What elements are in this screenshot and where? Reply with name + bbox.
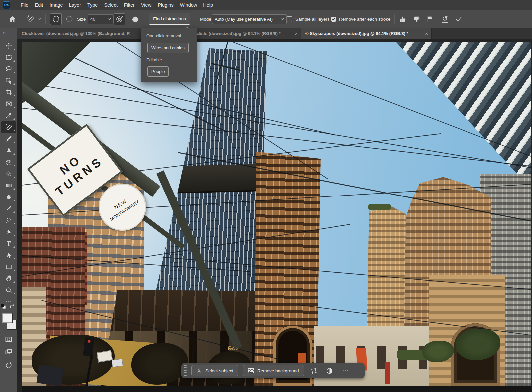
find-distractions-button[interactable]: Find distractions (149, 13, 190, 25)
brush-add-icon (52, 15, 60, 23)
contextual-task-bar: Select subject Remove background (181, 363, 365, 378)
menu-view[interactable]: View (140, 2, 152, 8)
lasso-tool[interactable] (1, 63, 16, 75)
menu-window[interactable]: Window (179, 2, 198, 8)
find-distractions-menu: One-click removal Wires and cables Edita… (141, 28, 197, 82)
toolbar-expand-button[interactable]: » (0, 28, 17, 37)
object-selection-tool[interactable] (1, 75, 16, 86)
menu-filter[interactable]: Filter (123, 2, 135, 8)
remove-after-each-stroke-label: Remove after each stroke (339, 17, 391, 22)
contrast-icon (326, 367, 333, 374)
menu-edit[interactable]: Edit (34, 2, 44, 8)
dodge-tool[interactable] (1, 214, 16, 226)
photo-shrub (368, 204, 391, 210)
generative-ai-icon[interactable] (5, 362, 12, 369)
flag-icon (426, 15, 434, 23)
crop-tool[interactable] (1, 86, 16, 98)
remove-after-each-stroke-checkbox[interactable] (331, 17, 336, 22)
default-colors-icon[interactable] (0, 303, 7, 310)
tab-cyclists[interactable]: clists (downsized).jpg @ 94.1% (RGB/8) *… (191, 28, 301, 39)
remove-background-icon (248, 368, 254, 374)
menu-plugins[interactable]: Plugins (157, 2, 174, 8)
sample-all-layers-checkbox[interactable] (287, 16, 292, 22)
gear-icon (131, 15, 139, 23)
brush-subtract-icon (66, 15, 73, 23)
select-subject-icon (196, 368, 202, 374)
wires-and-cables-button[interactable]: Wires and cables (147, 43, 189, 53)
rectangular-marquee-tool[interactable] (1, 52, 16, 63)
menu-file[interactable]: File (20, 2, 29, 8)
transform-button[interactable] (307, 365, 320, 376)
select-subject-button[interactable]: Select subject (191, 365, 238, 376)
commit-button[interactable] (455, 10, 462, 28)
chevron-down-icon (108, 18, 111, 20)
people-button[interactable]: People (147, 66, 169, 77)
tab-skyscrapers[interactable]: © Skyscrapers (downsized).jpg @ 94.1% (R… (301, 28, 432, 39)
remove-tool[interactable] (1, 121, 16, 133)
menu-image[interactable]: Image (49, 2, 63, 8)
remove-tool-icon (27, 15, 35, 23)
tool-gear-button[interactable] (131, 10, 139, 28)
home-icon (9, 15, 16, 23)
task-bar-drag-handle[interactable] (184, 365, 187, 376)
menu-help[interactable]: Help (202, 2, 214, 8)
subtract-from-selection-button[interactable] (64, 14, 75, 25)
tab-close-icon[interactable]: × (425, 31, 428, 36)
brush-settings-button[interactable] (114, 13, 125, 25)
undo-button[interactable]: ↺ (442, 10, 448, 28)
remove-tool-options-icon[interactable] (27, 10, 35, 28)
photo-traffic-light (83, 337, 94, 357)
remove-background-button[interactable]: Remove background (243, 365, 304, 376)
home-button[interactable] (9, 10, 16, 28)
report-flag-button[interactable] (426, 10, 434, 28)
adjustments-button[interactable] (323, 365, 336, 376)
photo-dark-banner (37, 365, 64, 386)
mode-select[interactable]: Auto (May use generative AI) (212, 14, 287, 24)
editable-header: Editable (146, 57, 162, 62)
menu-layer[interactable]: Layer (68, 2, 82, 8)
tab-close-icon[interactable]: × (295, 31, 298, 36)
menu-bar: Ps File Edit Image Layer Type Select Fil… (0, 0, 532, 10)
tool-preset-chevron[interactable] (38, 10, 41, 28)
photo-red-banner (385, 362, 390, 384)
swap-colors-icon[interactable] (9, 303, 16, 310)
check-icon (455, 15, 462, 23)
tool-options-bar: Size 40 Find distractions Mode Auto (May… (0, 10, 532, 28)
menu-select[interactable]: Select (103, 2, 118, 8)
add-to-selection-button[interactable] (50, 13, 62, 25)
move-tool[interactable] (1, 40, 16, 52)
canvas-area: OnePost (17, 39, 532, 392)
smudge-tool[interactable] (1, 203, 16, 214)
path-selection-tool[interactable] (1, 249, 16, 261)
clone-stamp-tool[interactable] (1, 145, 16, 156)
pen-tool[interactable] (1, 226, 16, 238)
screen-mode-icon[interactable] (5, 348, 12, 356)
foreground-color-swatch[interactable] (2, 313, 13, 323)
eraser-tool[interactable] (1, 168, 16, 180)
gradient-tool[interactable] (1, 180, 16, 191)
feedback-thumbs-up-button[interactable] (399, 10, 407, 28)
type-tool[interactable] (1, 238, 16, 249)
hand-tool[interactable] (1, 273, 16, 284)
task-bar-more-button[interactable] (339, 365, 352, 376)
brush-tool[interactable] (1, 133, 16, 145)
one-click-removal-header: One-click removal (146, 33, 181, 38)
thumbs-up-icon (399, 15, 407, 23)
chevron-down-icon (38, 18, 41, 20)
frame-tool[interactable] (1, 98, 16, 110)
feedback-thumbs-down-button[interactable] (413, 10, 420, 28)
transform-icon (310, 367, 317, 374)
brush-settings-icon (116, 15, 124, 23)
brush-size-select[interactable]: 40 (88, 14, 114, 24)
photo-small-sign (112, 359, 123, 367)
quick-mask-icon[interactable] (5, 336, 12, 343)
menu-type[interactable]: Type (87, 2, 98, 8)
blur-tool[interactable] (1, 191, 16, 203)
document-canvas[interactable]: OnePost (22, 42, 531, 386)
eyedropper-tool[interactable] (1, 110, 16, 121)
sample-all-layers-label: Sample all layers (295, 17, 330, 22)
color-swatch-area (0, 303, 17, 389)
zoom-tool[interactable] (1, 284, 16, 296)
rectangle-tool[interactable] (1, 261, 16, 273)
history-brush-tool[interactable] (1, 156, 16, 168)
